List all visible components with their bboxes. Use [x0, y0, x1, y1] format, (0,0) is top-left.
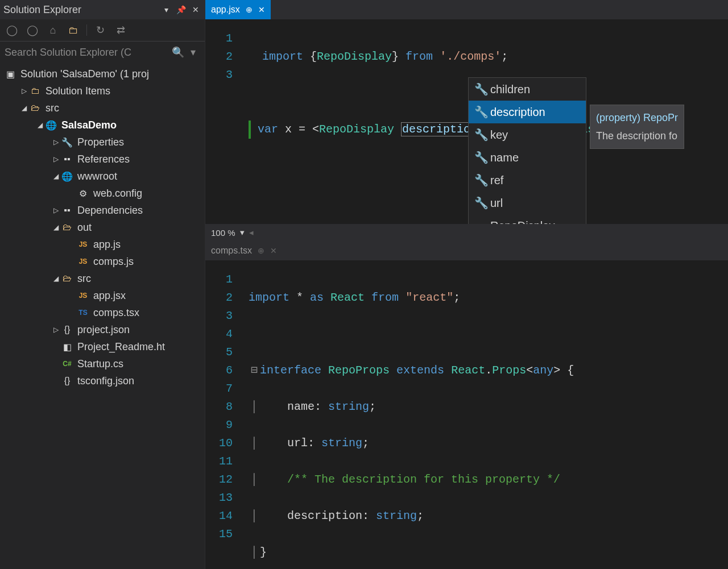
tree-item-label: Properties — [77, 136, 124, 148]
expand-arrow-icon[interactable]: ▷ — [19, 87, 28, 95]
editor-bottom[interactable]: 123456789101112131415 import * as React … — [205, 260, 728, 569]
tree-item-label: out — [77, 222, 92, 234]
tree-item[interactable]: ◢🗁src — [0, 99, 205, 117]
tree-item-label: Dependencies — [77, 205, 143, 217]
tree-item-label: tsconfig.json — [77, 375, 134, 387]
tree-item[interactable]: ▷🗀Solution Items — [0, 82, 205, 99]
tab-label: app.jsx — [211, 5, 240, 15]
folder-icon: 🗀 — [28, 84, 42, 98]
intellisense-item[interactable]: 🔧key — [469, 123, 586, 146]
folder-open-icon: 🗁 — [60, 272, 74, 285]
expand-arrow-icon[interactable]: ▷ — [51, 138, 60, 146]
folder-button[interactable]: 🗀 — [66, 23, 81, 38]
intellisense-item[interactable]: 🔧ref — [469, 169, 586, 192]
intellisense-tooltip: (property) RepoPr The description fo — [590, 105, 684, 149]
expand-arrow-icon[interactable]: ◢ — [51, 223, 60, 231]
editor-top[interactable]: 1 2 3 import {RepoDisplay} from './comps… — [205, 19, 728, 224]
intellisense-popup[interactable]: 🔧children🔧description🔧key🔧name🔧ref🔧urlRe… — [468, 77, 586, 224]
tree-item-label: Solution Items — [46, 85, 110, 97]
tree-item[interactable]: JScomps.js — [0, 253, 205, 270]
solution-explorer-panel: Solution Explorer ▾ 📌 ✕ ◯ ◯ ⌂ 🗀 ↻ ⇄ 🔍 ▾ … — [0, 0, 205, 569]
search-icon[interactable]: 🔍 — [171, 45, 185, 60]
tree-item[interactable]: ◢🗁src — [0, 270, 205, 287]
pin-icon[interactable]: 📌 — [175, 4, 187, 15]
config-icon: ⚙ — [76, 186, 90, 200]
intellisense-label: ref — [490, 171, 503, 189]
intellisense-label: url — [490, 194, 503, 212]
tree-item[interactable]: ▷🔧Properties — [0, 134, 205, 151]
dropdown-icon[interactable]: ▾ — [160, 4, 172, 15]
expand-arrow-icon[interactable]: ◢ — [51, 275, 60, 283]
expand-arrow-icon[interactable]: ▷ — [51, 326, 60, 334]
tree-item[interactable]: JSapp.jsx — [0, 287, 205, 304]
wrench-icon: 🔧 — [474, 171, 485, 189]
tree-item[interactable]: ▷▪▪References — [0, 151, 205, 168]
editor-area: app.jsx ⊕ ✕ 1 2 3 import {RepoDisplay} f… — [205, 0, 728, 569]
tree-item[interactable]: ◢🌐wwwroot — [0, 168, 205, 185]
tree-item[interactable]: ⚙web.config — [0, 185, 205, 202]
tab-pin-icon[interactable]: ⊕ — [246, 5, 253, 14]
refs-icon: ▪▪ — [60, 203, 74, 217]
solution-label: Solution 'SalsaDemo' (1 proj — [20, 68, 149, 80]
close-icon[interactable]: ✕ — [190, 4, 201, 15]
tree-item[interactable]: C#Startup.cs — [0, 355, 205, 372]
globe-icon: 🌐 — [44, 118, 58, 132]
panel-header: Solution Explorer ▾ 📌 ✕ — [0, 0, 205, 19]
tree-item[interactable]: TScomps.tsx — [0, 304, 205, 321]
search-dropdown-icon[interactable]: ▾ — [185, 45, 200, 60]
intellisense-item[interactable]: 🔧description — [469, 101, 586, 123]
zoom-bar: 100 % ▾ ◂ — [205, 224, 728, 241]
tree-item[interactable]: JSapp.js — [0, 236, 205, 253]
tab-comps-tsx[interactable]: comps.tsx ⊕ ✕ — [205, 241, 283, 260]
search-input[interactable] — [5, 47, 171, 59]
tab-app-jsx[interactable]: app.jsx ⊕ ✕ — [205, 0, 271, 19]
intellisense-item[interactable]: 🔧children — [469, 78, 586, 101]
panel-title: Solution Explorer — [3, 4, 160, 16]
tab-close-icon[interactable]: ✕ — [270, 246, 277, 255]
history-button[interactable]: ↻ — [93, 23, 107, 38]
expand-arrow-icon[interactable]: ◢ — [19, 104, 28, 112]
home-button[interactable]: ⌂ — [46, 23, 60, 38]
tab-pin-icon[interactable]: ⊕ — [258, 246, 264, 255]
zoom-level[interactable]: 100 % — [211, 228, 235, 238]
back-button[interactable]: ◯ — [5, 23, 19, 38]
intellisense-item[interactable]: 🔧name — [469, 146, 586, 169]
tree-item[interactable]: ◧Project_Readme.ht — [0, 338, 205, 355]
sync-button[interactable]: ⇄ — [113, 23, 128, 38]
tree-item-label: app.js — [93, 239, 121, 251]
js-icon: JS — [76, 255, 90, 268]
wrench-icon: 🔧 — [474, 194, 485, 212]
expand-arrow-icon[interactable]: ◢ — [51, 172, 60, 180]
tree-item[interactable]: ▷▪▪Dependencies — [0, 202, 205, 219]
intellisense-label: key — [490, 126, 508, 144]
tree-item-label: app.jsx — [93, 290, 126, 302]
expand-arrow-icon[interactable]: ▷ — [51, 206, 60, 214]
tree-item-label: project.json — [77, 324, 130, 336]
tree-item-label: comps.tsx — [93, 307, 139, 319]
tab-bar-top: app.jsx ⊕ ✕ — [205, 0, 728, 19]
solution-node[interactable]: ▣ Solution 'SalsaDemo' (1 proj — [0, 65, 205, 82]
tab-label: comps.tsx — [211, 246, 252, 256]
zoom-dropdown-icon[interactable]: ▾ — [240, 227, 245, 238]
intellisense-item[interactable]: 🔧url — [469, 192, 586, 214]
split-left-icon[interactable]: ◂ — [249, 227, 254, 238]
json-icon: {} — [60, 374, 74, 388]
expand-arrow-icon[interactable]: ◢ — [35, 121, 44, 129]
tree-item-label: References — [77, 153, 130, 165]
tree-item[interactable]: {}tsconfig.json — [0, 372, 205, 389]
tree-item-label: SalsaDemo — [61, 119, 117, 131]
folder-open-icon: 🗁 — [28, 101, 42, 115]
tree-item[interactable]: ◢🗁out — [0, 219, 205, 236]
intellisense-label: children — [490, 80, 530, 98]
tree-item[interactable]: ◢🌐SalsaDemo — [0, 117, 205, 134]
solution-tree[interactable]: ▣ Solution 'SalsaDemo' (1 proj ▷🗀Solutio… — [0, 63, 205, 569]
expand-arrow-icon[interactable]: ▷ — [51, 155, 60, 163]
html-icon: ◧ — [60, 340, 74, 354]
intellisense-item[interactable]: RepoDisplay — [469, 214, 586, 224]
wrench-icon: 🔧 — [60, 135, 74, 149]
code-bottom[interactable]: import * as React from "react"; ⊟interfa… — [242, 260, 728, 569]
tab-close-icon[interactable]: ✕ — [258, 5, 265, 14]
forward-button[interactable]: ◯ — [25, 23, 40, 38]
tooltip-description: The description fo — [596, 127, 678, 145]
tree-item[interactable]: ▷{}project.json — [0, 321, 205, 338]
